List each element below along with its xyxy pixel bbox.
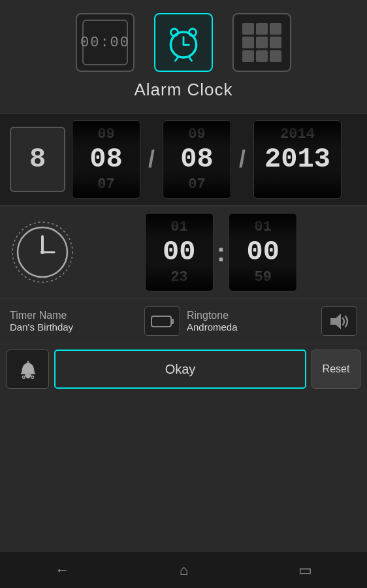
timer-name-text: Timer Name Dan's Birthday: [10, 310, 138, 333]
bell-button[interactable]: [7, 350, 49, 389]
svg-point-19: [31, 376, 33, 378]
hour-below: 23: [170, 269, 187, 286]
digit-display: 00:00: [82, 20, 128, 65]
timer-name-icon-box[interactable]: [144, 306, 180, 336]
year-main: 2013: [264, 144, 330, 175]
minute-drum[interactable]: 01 00 59: [229, 213, 297, 291]
ringtone-group: Ringtone Andromeda: [187, 306, 357, 336]
timer-name-value: Dan's Birthday: [10, 321, 138, 333]
reset-label: Reset: [323, 363, 350, 375]
ringtone-label: Ringtone: [187, 310, 315, 321]
svg-rect-13: [171, 319, 174, 324]
time-section: 01 00 23 : 01 00 59: [0, 206, 367, 298]
year-drum[interactable]: 2014 2013: [253, 120, 342, 199]
svg-rect-12: [152, 316, 171, 327]
grid-icon-box[interactable]: [232, 13, 291, 72]
alarm-clock-icon-box[interactable]: [154, 13, 213, 72]
analog-clock-icon: [10, 220, 75, 285]
day-below: 07: [188, 176, 205, 193]
date-sep-1: /: [147, 146, 156, 173]
digit-display-icon-box[interactable]: 00:00: [76, 13, 135, 72]
app-title: Alarm Clock: [134, 80, 232, 100]
ringtone-text: Ringtone Andromeda: [187, 310, 315, 333]
bell-icon: [16, 357, 40, 382]
alarm-clock-svg-icon: [161, 20, 206, 65]
icon-row: 00:00: [76, 13, 291, 72]
svg-point-11: [40, 250, 44, 254]
date-sep-2: /: [238, 146, 247, 173]
nav-home-button[interactable]: ⌂: [180, 562, 188, 579]
grid-icon: [239, 20, 285, 65]
ringtone-icon-box[interactable]: [321, 306, 357, 336]
nav-back-button[interactable]: ←: [55, 562, 69, 579]
day-main: 08: [180, 144, 213, 175]
minute-main: 00: [246, 237, 279, 268]
svg-point-18: [22, 376, 25, 378]
label-icon: [151, 314, 174, 329]
hour-drum[interactable]: 01 00 23: [145, 213, 214, 291]
reset-button[interactable]: Reset: [311, 350, 360, 389]
day-drum[interactable]: 09 08 07: [163, 120, 231, 199]
time-drums: 01 00 23 : 01 00 59: [85, 213, 357, 291]
timer-name-group: Timer Name Dan's Birthday: [10, 306, 180, 336]
time-colon: :: [214, 238, 229, 267]
nav-recent-button[interactable]: ▭: [298, 562, 312, 579]
svg-line-6: [189, 57, 191, 61]
action-row: Okay Reset: [0, 344, 367, 394]
month-main: 08: [89, 144, 122, 175]
svg-marker-14: [330, 314, 341, 329]
month-below: 07: [97, 176, 114, 193]
svg-line-5: [175, 57, 178, 61]
minute-above: 01: [254, 219, 271, 235]
year-above: 2014: [280, 126, 315, 142]
calendar-icon-box[interactable]: 8: [10, 127, 65, 192]
month-drum[interactable]: 09 08 07: [72, 120, 140, 199]
day-above: 09: [188, 126, 205, 142]
speaker-icon: [328, 312, 351, 331]
okay-label: Okay: [165, 362, 196, 377]
timer-name-label: Timer Name: [10, 310, 138, 321]
hour-above: 01: [170, 219, 187, 235]
ringtone-value: Andromeda: [187, 321, 315, 333]
top-section: 00:00: [0, 0, 367, 113]
minute-below: 59: [254, 269, 271, 286]
okay-button[interactable]: Okay: [54, 350, 306, 389]
calendar-number: 8: [29, 144, 46, 175]
bottom-controls: Timer Name Dan's Birthday Ringtone Andro…: [0, 299, 367, 344]
svg-point-16: [26, 375, 30, 379]
date-section: 8 09 08 07 / 09 08 07 / 2014 2013: [0, 114, 367, 205]
nav-bar: ← ⌂ ▭: [0, 552, 367, 588]
month-above: 09: [97, 126, 114, 142]
hour-main: 00: [163, 237, 195, 268]
